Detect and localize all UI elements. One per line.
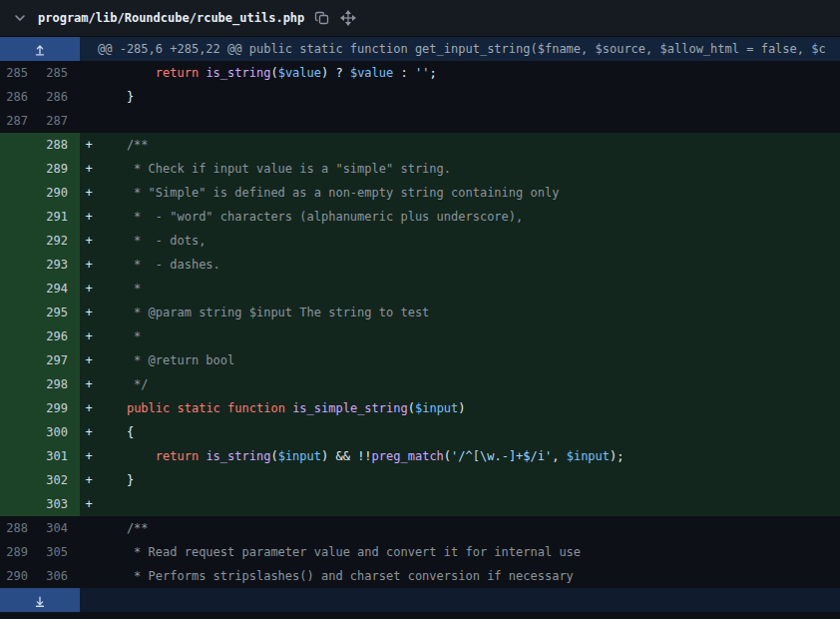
new-line-number[interactable]: 297 bbox=[40, 348, 80, 372]
old-line-number[interactable]: 290 bbox=[0, 564, 40, 588]
diff-line: 299+ public static function is_simple_st… bbox=[0, 396, 840, 420]
diff-marker: + bbox=[80, 324, 98, 348]
code-line: * Performs stripslashes() and charset co… bbox=[98, 564, 840, 588]
old-line-number[interactable] bbox=[0, 396, 40, 420]
new-line-number[interactable]: 304 bbox=[40, 516, 80, 540]
code-token: } bbox=[98, 473, 134, 487]
old-line-number[interactable] bbox=[0, 229, 40, 253]
new-line-number[interactable]: 296 bbox=[40, 324, 80, 348]
old-line-number[interactable] bbox=[0, 468, 40, 492]
old-line-number[interactable] bbox=[0, 181, 40, 205]
code-line bbox=[98, 109, 840, 133]
old-line-number[interactable] bbox=[0, 157, 40, 181]
new-line-number[interactable]: 286 bbox=[40, 85, 80, 109]
diff-line: 288304 /** bbox=[0, 516, 840, 540]
diff-marker bbox=[80, 85, 98, 109]
old-line-number[interactable] bbox=[0, 348, 40, 372]
old-line-number[interactable]: 288 bbox=[0, 516, 40, 540]
diff-line: 293+ * - dashes. bbox=[0, 253, 840, 277]
code-token: } bbox=[98, 90, 134, 104]
new-line-number[interactable]: 294 bbox=[40, 277, 80, 301]
code-token: * "Simple" is defined as a non-empty str… bbox=[98, 186, 559, 200]
new-line-number[interactable]: 302 bbox=[40, 468, 80, 492]
new-line-number[interactable]: 303 bbox=[40, 492, 80, 516]
old-line-number[interactable] bbox=[0, 205, 40, 229]
code-token: * Performs stripslashes() and charset co… bbox=[98, 569, 574, 583]
old-line-number[interactable]: 287 bbox=[0, 109, 40, 133]
diff-line: 289+ * Check if input value is a "simple… bbox=[0, 157, 840, 181]
code-token: '' bbox=[415, 66, 429, 80]
code-token: { bbox=[98, 425, 134, 439]
file-path[interactable]: program/lib/Roundcube/rcube_utils.php bbox=[38, 11, 304, 25]
code-line: * bbox=[98, 324, 840, 348]
code-token: ( bbox=[444, 449, 451, 463]
code-token: ( bbox=[270, 449, 277, 463]
code-line: /** bbox=[98, 133, 840, 157]
new-line-number[interactable]: 299 bbox=[40, 396, 80, 420]
old-line-number[interactable]: 285 bbox=[0, 61, 40, 85]
code-token: : bbox=[393, 66, 415, 80]
expand-bottom-row bbox=[0, 588, 840, 612]
diff-marker: + bbox=[80, 277, 98, 301]
code-line: * - dots, bbox=[98, 229, 840, 253]
diff-line: 295+ * @param string $input The string t… bbox=[0, 301, 840, 324]
new-line-number[interactable]: 305 bbox=[40, 540, 80, 564]
hunk-header-row: @@ -285,6 +285,22 @@ public static funct… bbox=[0, 37, 840, 61]
new-line-number[interactable]: 295 bbox=[40, 301, 80, 324]
code-line: * - dashes. bbox=[98, 253, 840, 277]
code-line: * @return bool bbox=[98, 348, 840, 372]
new-line-number[interactable]: 298 bbox=[40, 372, 80, 396]
diff-marker: + bbox=[80, 181, 98, 205]
diff-line: 303+ bbox=[0, 492, 840, 516]
new-line-number[interactable]: 306 bbox=[40, 564, 80, 588]
old-line-number[interactable] bbox=[0, 301, 40, 324]
code-line: * "Simple" is defined as a non-empty str… bbox=[98, 181, 840, 205]
code-token: */ bbox=[98, 377, 149, 391]
code-token: static bbox=[178, 401, 220, 415]
diff-marker: + bbox=[80, 253, 98, 277]
new-line-number[interactable]: 292 bbox=[40, 229, 80, 253]
diff-marker: + bbox=[80, 468, 98, 492]
old-line-number[interactable] bbox=[0, 492, 40, 516]
code-token: ; bbox=[429, 66, 436, 80]
code-line: */ bbox=[98, 372, 840, 396]
old-line-number[interactable] bbox=[0, 372, 40, 396]
code-line: /** bbox=[98, 516, 840, 540]
expand-bottom-fill bbox=[80, 588, 840, 612]
new-line-number[interactable]: 291 bbox=[40, 205, 80, 229]
old-line-number[interactable] bbox=[0, 253, 40, 277]
new-line-number[interactable]: 287 bbox=[40, 109, 80, 133]
old-line-number[interactable]: 286 bbox=[0, 85, 40, 109]
copy-icon[interactable] bbox=[314, 10, 330, 26]
expand-down-button[interactable] bbox=[0, 588, 80, 612]
expand-up-button[interactable] bbox=[0, 37, 80, 61]
old-line-number[interactable] bbox=[0, 277, 40, 301]
old-line-number[interactable] bbox=[0, 133, 40, 157]
code-token: * bbox=[98, 282, 141, 296]
new-line-number[interactable]: 285 bbox=[40, 61, 80, 85]
new-line-number[interactable]: 289 bbox=[40, 157, 80, 181]
code-line: public static function is_simple_string(… bbox=[98, 396, 840, 420]
old-line-number[interactable] bbox=[0, 444, 40, 468]
diff-marker bbox=[80, 109, 98, 133]
old-line-number[interactable]: 289 bbox=[0, 540, 40, 564]
new-line-number[interactable]: 300 bbox=[40, 420, 80, 444]
new-line-number[interactable]: 293 bbox=[40, 253, 80, 277]
code-token: public bbox=[127, 401, 170, 415]
diff-line: 285285 return is_string($value) ? $value… bbox=[0, 61, 840, 85]
old-line-number[interactable] bbox=[0, 420, 40, 444]
code-token: * @return bool bbox=[98, 353, 234, 367]
code-token: /** bbox=[98, 138, 149, 152]
diff-marker: + bbox=[80, 205, 98, 229]
new-line-number[interactable]: 290 bbox=[40, 181, 80, 205]
new-line-number[interactable]: 301 bbox=[40, 444, 80, 468]
code-token: $input bbox=[415, 401, 458, 415]
diff-line: 292+ * - dots, bbox=[0, 229, 840, 253]
code-line: * - "word" characters (alphanumeric plus… bbox=[98, 205, 840, 229]
old-line-number[interactable] bbox=[0, 324, 40, 348]
move-icon[interactable] bbox=[340, 10, 356, 26]
chevron-down-icon[interactable] bbox=[12, 10, 28, 26]
code-token: '/^[\w.-]+$/i' bbox=[451, 449, 552, 463]
new-line-number[interactable]: 288 bbox=[40, 133, 80, 157]
diff-line: 296+ * bbox=[0, 324, 840, 348]
